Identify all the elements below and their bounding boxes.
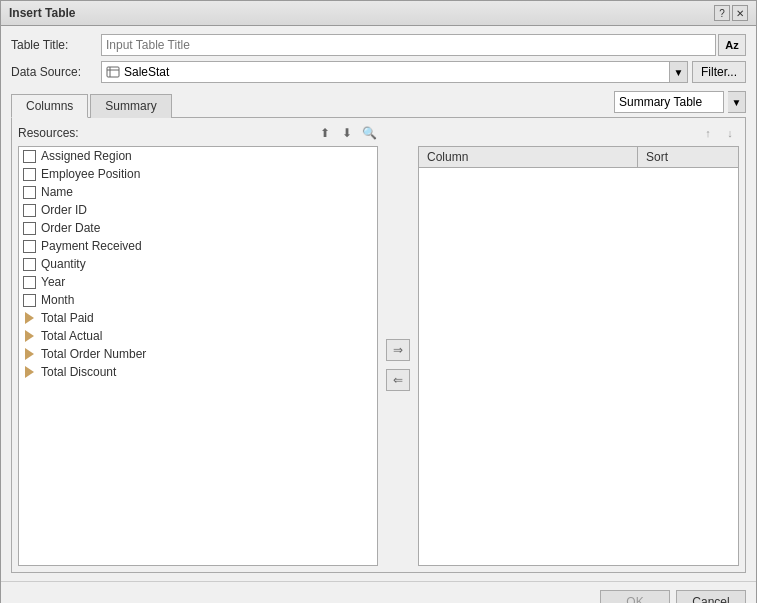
datasource-icon (106, 65, 120, 79)
resource-label: Year (41, 275, 65, 289)
resources-label: Resources: (18, 126, 79, 140)
right-panel: ↑ ↓ Column Sort (418, 124, 739, 566)
resource-label: Employee Position (41, 167, 140, 181)
tabs-container: Columns Summary Summary Table ▼ (11, 91, 746, 118)
list-item[interactable]: Quantity (19, 255, 377, 273)
list-item[interactable]: Total Discount (19, 363, 377, 381)
filter-button[interactable]: Filter... (692, 61, 746, 83)
resource-label: Name (41, 185, 73, 199)
help-button[interactable]: ? (714, 5, 730, 21)
left-panel: Resources: ⬆ ⬇ 🔍 Assigned RegionEmployee… (18, 124, 378, 566)
resource-label: Quantity (41, 257, 86, 271)
title-bar: Insert Table ? ✕ (1, 1, 756, 26)
list-item[interactable]: Order ID (19, 201, 377, 219)
dialog-body: Table Title: Az Data Source: SaleStat ▼ … (1, 26, 756, 581)
table-title-label: Table Title: (11, 38, 101, 52)
resource-checkbox[interactable] (23, 204, 36, 217)
resource-triangle-icon (23, 348, 36, 361)
resource-triangle-icon (23, 312, 36, 325)
column-header-sort: Sort (638, 147, 738, 167)
svg-rect-0 (107, 67, 119, 77)
move-right-button[interactable]: ⇒ (386, 339, 410, 361)
resource-label: Month (41, 293, 74, 307)
az-button[interactable]: Az (718, 34, 746, 56)
resources-list: Assigned RegionEmployee PositionNameOrde… (18, 146, 378, 566)
tab-columns[interactable]: Columns (11, 94, 88, 118)
list-item[interactable]: Month (19, 291, 377, 309)
datasource-dropdown-arrow[interactable]: ▼ (670, 61, 688, 83)
sort-desc-icon[interactable]: ⬇ (338, 124, 356, 142)
resource-triangle-icon (23, 330, 36, 343)
resource-label: Total Discount (41, 365, 116, 379)
datasource-value: SaleStat (124, 65, 169, 79)
resource-triangle-icon (23, 366, 36, 379)
list-item[interactable]: Order Date (19, 219, 377, 237)
resource-label: Total Actual (41, 329, 102, 343)
resources-header: Resources: ⬆ ⬇ 🔍 (18, 124, 378, 142)
resource-label: Assigned Region (41, 149, 132, 163)
close-button[interactable]: ✕ (732, 5, 748, 21)
column-header-column: Column (419, 147, 638, 167)
list-item[interactable]: Assigned Region (19, 147, 377, 165)
resource-checkbox[interactable] (23, 294, 36, 307)
list-item[interactable]: Total Paid (19, 309, 377, 327)
dialog-footer: OK Cancel (1, 581, 756, 603)
column-table-header: Column Sort (419, 147, 738, 168)
list-item[interactable]: Year (19, 273, 377, 291)
cancel-button[interactable]: Cancel (676, 590, 746, 603)
insert-table-dialog: Insert Table ? ✕ Table Title: Az Data So… (0, 0, 757, 603)
resource-label: Order Date (41, 221, 100, 235)
resource-checkbox[interactable] (23, 222, 36, 235)
summary-table-arrow[interactable]: ▼ (728, 91, 746, 113)
tabs-right: Summary Table ▼ (614, 91, 746, 117)
tabs-left: Columns Summary (11, 93, 174, 117)
summary-table-select[interactable]: Summary Table (614, 91, 724, 113)
datasource-select[interactable]: SaleStat (101, 61, 670, 83)
right-header: ↑ ↓ (418, 124, 739, 142)
resource-checkbox[interactable] (23, 240, 36, 253)
search-icon[interactable]: 🔍 (360, 124, 378, 142)
ok-button[interactable]: OK (600, 590, 670, 603)
resource-checkbox[interactable] (23, 168, 36, 181)
resources-icons: ⬆ ⬇ 🔍 (316, 124, 378, 142)
resource-checkbox[interactable] (23, 150, 36, 163)
resource-label: Total Order Number (41, 347, 146, 361)
resource-checkbox[interactable] (23, 276, 36, 289)
sort-up-icon[interactable]: ↑ (699, 124, 717, 142)
resource-label: Order ID (41, 203, 87, 217)
list-item[interactable]: Total Order Number (19, 345, 377, 363)
datasource-row: Data Source: SaleStat ▼ Filter... (11, 61, 746, 83)
move-left-button[interactable]: ⇐ (386, 369, 410, 391)
list-item[interactable]: Employee Position (19, 165, 377, 183)
list-item[interactable]: Payment Received (19, 237, 377, 255)
sort-down-icon[interactable]: ↓ (721, 124, 739, 142)
list-item[interactable]: Total Actual (19, 327, 377, 345)
middle-panel: ⇒ ⇐ (378, 124, 418, 566)
column-table: Column Sort (418, 146, 739, 566)
sort-asc-icon[interactable]: ⬆ (316, 124, 334, 142)
resource-checkbox[interactable] (23, 186, 36, 199)
table-title-row: Table Title: Az (11, 34, 746, 56)
list-item[interactable]: Name (19, 183, 377, 201)
tab-summary[interactable]: Summary (90, 94, 171, 118)
dialog-title: Insert Table (9, 6, 75, 20)
main-content: Resources: ⬆ ⬇ 🔍 Assigned RegionEmployee… (11, 118, 746, 573)
table-title-input[interactable] (101, 34, 716, 56)
summary-table-label: Summary Table (619, 95, 702, 109)
title-bar-controls: ? ✕ (714, 5, 748, 21)
resource-checkbox[interactable] (23, 258, 36, 271)
resource-label: Total Paid (41, 311, 94, 325)
datasource-label: Data Source: (11, 65, 101, 79)
resource-label: Payment Received (41, 239, 142, 253)
